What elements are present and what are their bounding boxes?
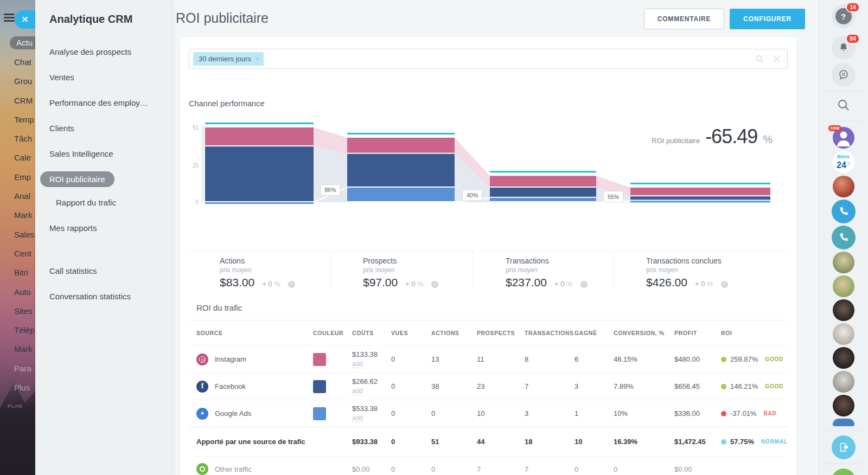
menu-item-call-statistics[interactable]: Call statistics [35,261,171,281]
stage-label: Actions [220,256,330,265]
left-nav-item[interactable]: Tâch [0,129,35,148]
table-body: Instagram$133.38add013118646.15%$480.002… [189,345,788,475]
left-nav-item[interactable]: Cale [0,148,35,167]
chip-remove-icon[interactable]: × [256,55,259,63]
left-nav-item[interactable]: Para [0,359,35,378]
stage-label: Prospects [363,256,473,265]
roi-status-label: GOOD [765,356,783,362]
add-cost-link[interactable]: add [352,387,363,395]
stage-price: $83.00 [220,276,254,289]
column-header: ACTIONS [431,330,477,336]
left-nav-item[interactable]: Télép [0,320,35,339]
source-cell: Apporté par une source de trafic [196,438,313,446]
menu-item-conversation-statistics[interactable]: Conversation statistics [35,286,171,306]
transactions-cell: 3 [525,409,575,418]
user-avatar[interactable] [833,299,854,321]
left-nav-item[interactable]: CRM [0,91,35,110]
configure-button[interactable]: CONFIGURER [730,9,805,29]
vues-cell: 0 [391,355,431,363]
roi-cell: 146.21%GOOD [721,382,795,390]
conversion-cell: 0 [614,465,674,473]
bitrix24-logo[interactable]: Bitrix24◷ [832,151,855,174]
call-button-green[interactable] [832,468,856,475]
table-title: ROI du trafic [189,303,788,312]
left-nav-item[interactable]: Auto [0,283,35,301]
menu-item-analyse-des-prospects[interactable]: Analyse des prospects [35,42,171,62]
call-button-blue[interactable] [832,200,856,223]
filter-chip[interactable]: 30 derniers jours × [193,52,264,66]
menu-item-clients[interactable]: Clients [35,118,171,138]
search-icon[interactable] [837,98,851,114]
source-cell: Other traffic [196,463,313,475]
stage-delta: + 0 % [554,280,573,288]
column-header: CONVERSION, % [614,330,674,336]
stage-sublabel: prix moyen [506,266,614,274]
costs-cell: $0.00 [352,465,391,473]
column-header: PROFIT [674,330,721,336]
left-nav-item[interactable]: Emp [0,168,35,187]
left-nav-item[interactable]: Plus [0,378,35,397]
left-nav-item[interactable]: Sites [0,301,35,320]
info-icon[interactable]: i [580,281,588,288]
actions-cell: 0 [431,465,477,473]
roi-cell: 57.75%NORMAL [721,438,795,446]
user-avatar[interactable] [833,347,854,369]
left-nav-item[interactable]: Sales [0,225,35,244]
color-cell [313,407,352,420]
mobile-device-button[interactable] [832,435,856,459]
user-avatar[interactable] [833,395,854,416]
info-icon[interactable]: i [431,281,438,288]
svg-text:86%: 86% [324,187,336,193]
left-nav-item[interactable]: Temp [0,110,35,129]
search-icon[interactable] [756,55,764,63]
menu-item-performance-des-employ-[interactable]: Performance des employ… [35,93,171,113]
column-header: PROSPECTS [477,330,525,336]
crm-marketing-avatar[interactable]: CRM [833,127,854,149]
left-nav-item[interactable]: Actu [10,36,35,49]
left-nav-item[interactable]: Grou [0,72,35,91]
user-avatar[interactable] [833,419,854,426]
stage-delta: + 0 % [262,280,280,288]
info-icon[interactable]: i [288,281,295,288]
report-card: 30 derniers jours × Channel performance … [180,37,796,475]
color-cell [313,353,352,366]
gagne-cell: 1 [575,409,614,418]
left-nav-item[interactable]: Bitri [0,263,35,282]
left-nav-item[interactable]: Chat [0,53,35,72]
close-menu-button[interactable]: ✕ [15,10,35,29]
vues-cell: 0 [391,382,431,390]
hamburger-menu-icon[interactable] [4,14,15,22]
add-cost-link[interactable]: add [352,360,363,368]
call-button-teal[interactable] [832,226,856,249]
svg-text:0: 0 [195,199,199,205]
gagne-cell: 6 [575,355,614,363]
menu-item-rapport-du-trafic[interactable]: Rapport du trafic [35,192,171,213]
user-avatar[interactable] [833,252,854,273]
filter-bar[interactable]: 30 derniers jours × [189,49,788,69]
user-avatar[interactable] [833,275,854,297]
conversion-cell: 46.15% [614,355,674,363]
left-nav-item[interactable]: PLAN [0,397,35,416]
add-cost-link[interactable]: add [352,414,363,422]
menu-item-roi-publicitaire[interactable]: ROI publicitaire [35,169,171,189]
menu-item-ventes[interactable]: Ventes [35,67,171,87]
user-avatar[interactable] [833,371,854,393]
actions-cell: 13 [431,355,477,363]
comment-button[interactable]: COMMENTAIRE [644,9,725,29]
left-nav-item[interactable]: Mark [0,206,35,224]
roi-summary-value: -65.49 [705,125,757,148]
left-nav-item[interactable]: Cent [0,244,35,263]
user-avatar[interactable] [833,323,854,345]
stage-price: $97.00 [363,276,398,289]
color-swatch [313,380,326,393]
left-nav-item[interactable]: Mark [0,339,35,358]
menu-item-sales-intelligence[interactable]: Sales Intelligence [35,144,171,164]
info-icon[interactable]: i [721,281,728,288]
clear-filter-icon[interactable] [773,55,781,63]
help-icon[interactable]: ?14 [832,4,856,28]
menu-item-mes-rapports[interactable]: Mes rapports [35,218,171,238]
user-avatar[interactable] [833,176,854,197]
messenger-icon[interactable] [832,63,856,87]
left-nav-item[interactable]: Anal [0,187,35,206]
notifications-icon[interactable]: 94 [832,36,856,60]
